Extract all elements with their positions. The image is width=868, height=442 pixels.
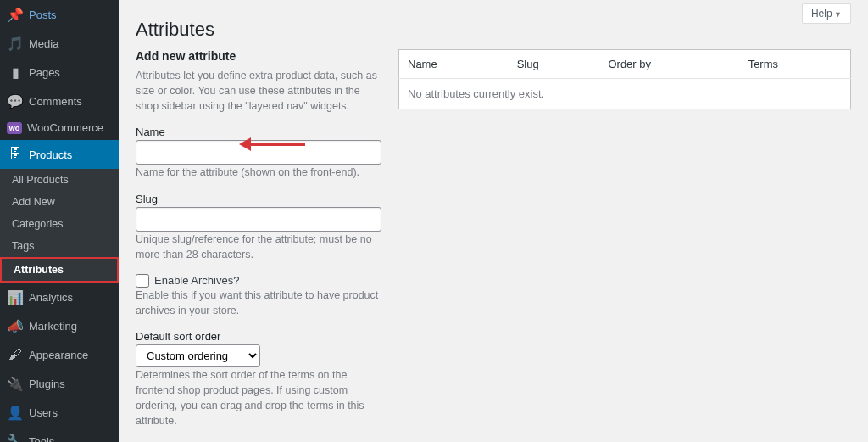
submenu-all-products[interactable]: All Products	[0, 169, 119, 191]
name-desc: Name for the attribute (shown on the fro…	[136, 165, 381, 180]
menu-label: Pages	[29, 66, 60, 79]
pin-icon: 📌	[7, 6, 24, 23]
sort-desc: Determines the sort order of the terms o…	[136, 367, 381, 429]
products-icon: 🗄	[7, 146, 24, 163]
menu-label: Media	[29, 37, 58, 50]
menu-label: Appearance	[29, 349, 88, 361]
users-icon: 👤	[7, 404, 24, 421]
form-intro: Attributes let you define extra product …	[136, 68, 381, 114]
attributes-table: Name Slug Order by Terms No attributes c…	[398, 49, 851, 109]
menu-item-marketing[interactable]: 📣 Marketing	[0, 311, 119, 340]
menu-item-pages[interactable]: ▮ Pages	[0, 58, 119, 87]
menu-item-plugins[interactable]: 🔌 Plugins	[0, 369, 119, 398]
archives-label: Enable Archives?	[154, 274, 239, 287]
add-attribute-form: Add new attribute Attributes let you def…	[136, 49, 381, 442]
menu-item-comments[interactable]: 💬 Comments	[0, 87, 119, 115]
woo-icon: wo	[7, 122, 22, 134]
menu-label: Tools	[29, 435, 54, 443]
tools-icon: 🔧	[7, 433, 24, 442]
slug-label: Slug	[136, 193, 381, 205]
menu-item-posts[interactable]: 📌 Posts	[0, 0, 119, 29]
analytics-icon: 📊	[7, 288, 24, 305]
sort-label: Default sort order	[136, 330, 381, 343]
empty-message: No attributes currently exist.	[399, 79, 851, 109]
media-icon: 🎵	[7, 35, 24, 52]
menu-label: Analytics	[29, 291, 73, 304]
page-title: Attributes	[136, 0, 851, 49]
slug-input[interactable]	[136, 207, 381, 232]
menu-label: Posts	[29, 8, 57, 21]
name-input[interactable]	[136, 140, 381, 165]
menu-item-appearance[interactable]: 🖌 Appearance	[0, 340, 119, 369]
menu-label: Plugins	[29, 378, 65, 390]
products-submenu: All Products Add New Categories Tags Att…	[0, 169, 119, 283]
col-orderby[interactable]: Order by	[599, 50, 739, 79]
menu-item-woocommerce[interactable]: wo WooCommerce	[0, 115, 119, 140]
archives-checkbox[interactable]	[136, 274, 149, 288]
submenu-categories[interactable]: Categories	[0, 213, 119, 235]
col-slug[interactable]: Slug	[509, 50, 600, 79]
col-terms[interactable]: Terms	[740, 50, 851, 79]
menu-item-products[interactable]: 🗄 Products	[0, 140, 119, 169]
menu-item-analytics[interactable]: 📊 Analytics	[0, 283, 119, 311]
menu-label: Products	[29, 148, 72, 161]
menu-label: WooCommerce	[27, 121, 103, 134]
menu-item-users[interactable]: 👤 Users	[0, 398, 119, 427]
menu-item-tools[interactable]: 🔧 Tools	[0, 427, 119, 442]
attributes-table-wrap: Name Slug Order by Terms No attributes c…	[398, 49, 851, 442]
main-content: Help Attributes Add new attribute Attrib…	[119, 0, 868, 442]
menu-label: Marketing	[29, 320, 77, 333]
submenu-tags[interactable]: Tags	[0, 235, 119, 257]
submenu-add-new[interactable]: Add New	[0, 191, 119, 213]
archives-desc: Enable this if you want this attribute t…	[136, 288, 381, 318]
help-tab[interactable]: Help	[802, 3, 851, 24]
slug-desc: Unique slug/reference for the attribute;…	[136, 232, 381, 262]
col-name[interactable]: Name	[399, 50, 509, 79]
menu-label: Users	[29, 406, 58, 419]
comment-icon: 💬	[7, 92, 24, 109]
appearance-icon: 🖌	[7, 346, 24, 363]
marketing-icon: 📣	[7, 317, 24, 334]
submenu-attributes[interactable]: Attributes	[0, 257, 119, 283]
form-heading: Add new attribute	[136, 49, 381, 63]
plugins-icon: 🔌	[7, 375, 24, 392]
menu-label: Comments	[29, 95, 82, 108]
table-row-empty: No attributes currently exist.	[399, 79, 851, 109]
name-label: Name	[136, 126, 381, 138]
sort-select[interactable]: Custom ordering	[136, 344, 260, 367]
admin-sidebar: 📌 Posts 🎵 Media ▮ Pages 💬 Comments wo Wo…	[0, 0, 119, 442]
menu-item-media[interactable]: 🎵 Media	[0, 29, 119, 58]
page-icon: ▮	[7, 64, 24, 81]
